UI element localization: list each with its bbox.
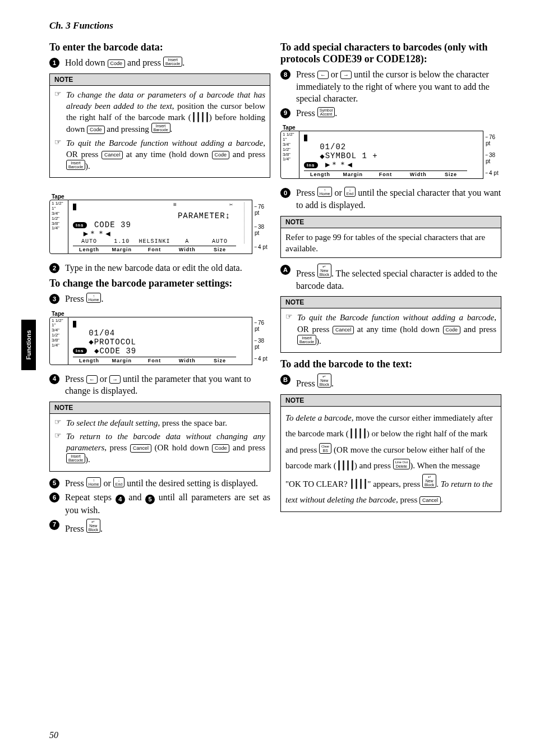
key-new-block: ↵NewBlock bbox=[317, 264, 331, 278]
note-box-3: NOTE Refer to page 99 for tables of the … bbox=[280, 216, 501, 259]
step-4: 4 Press ← or → until the parameter that … bbox=[49, 373, 270, 397]
key-symbol-accent: SymbolAccent bbox=[317, 107, 335, 117]
barcode-mark-icon: ┃┃┃┃ bbox=[191, 112, 209, 123]
key-code: Code bbox=[212, 444, 230, 453]
tape-sizes: 1 1/2"1"3/4"1/2"3/8"1/4" bbox=[49, 200, 68, 254]
barcode-mark-icon: ┃┃┃┃ bbox=[349, 426, 367, 442]
key-delete: Line OutDelete bbox=[393, 459, 411, 469]
key-insert-barcode: InsertBarcode bbox=[297, 335, 316, 345]
key-right: → bbox=[109, 375, 121, 384]
lcd-display-2: Tape 1 1/2"1"3/4"1/2"3/8"1/4" 01/04 ◆ PR… bbox=[49, 311, 270, 365]
key-home: ↑Home bbox=[317, 187, 333, 197]
tape-sizes: 1 1/2"1"3/4"1/2"3/8"1/4" bbox=[49, 317, 68, 365]
key-bs: ClearBS bbox=[319, 443, 331, 454]
note-box-2: NOTE ☞To select the default setting, pre… bbox=[49, 402, 270, 472]
step-2: 2Type in the new barcode data or edit th… bbox=[49, 262, 270, 274]
chapter-heading: Ch. 3 Functions bbox=[49, 20, 501, 31]
step-6: 6 Repeat steps 4 and 5 until all paramet… bbox=[49, 491, 270, 517]
key-home: ↑Home bbox=[86, 293, 102, 303]
key-cancel: Cancel bbox=[130, 444, 151, 453]
key-insert-barcode: InsertBarcode bbox=[66, 160, 85, 170]
step-9: 9 Press SymbolAccent. bbox=[280, 107, 501, 119]
key-left: ← bbox=[317, 71, 329, 79]
key-code: Code bbox=[108, 59, 126, 68]
key-new-block: ↵NewBlock bbox=[317, 374, 331, 388]
note-box-4: NOTE ☞To quit the Barcode function witho… bbox=[280, 296, 501, 353]
key-insert-barcode: InsertBarcode bbox=[66, 453, 85, 463]
pointer-icon: ☞ bbox=[54, 89, 62, 135]
key-new-block: ↵NewBlock bbox=[86, 519, 100, 533]
barcode-mark-icon: ┃┃┃┃ bbox=[336, 458, 354, 474]
key-insert-barcode: InsertBarcode bbox=[151, 123, 170, 133]
key-end: ↓End bbox=[344, 187, 356, 197]
barcode-mark-icon: ┃┃┃┃ bbox=[349, 476, 367, 492]
section-change-params: To change the barcode parameter settings… bbox=[49, 278, 270, 289]
note-heading: NOTE bbox=[50, 74, 270, 86]
key-cancel: Cancel bbox=[419, 496, 441, 505]
left-column: To enter the barcode data: 1 Hold down C… bbox=[49, 38, 270, 537]
key-cancel: Cancel bbox=[333, 326, 354, 334]
step-5: 5 Press ↑Home or ↓End until the desired … bbox=[49, 477, 270, 490]
pointer-icon: ☞ bbox=[54, 137, 62, 172]
step-7: 7 Press ↵NewBlock. bbox=[49, 519, 270, 535]
section-special-chars: To add special characters to barcodes (o… bbox=[280, 42, 501, 65]
side-tab: Functions bbox=[21, 320, 36, 370]
key-cancel: Cancel bbox=[102, 151, 123, 159]
key-right: → bbox=[340, 71, 352, 79]
note-box-5: NOTE To delete a barcode, move the curso… bbox=[280, 394, 501, 512]
step-1: 1 Hold down Code and press InsertBarcode… bbox=[49, 57, 270, 69]
key-code: Code bbox=[212, 151, 230, 159]
page-number: 50 bbox=[49, 730, 58, 740]
step-8: 8 Press ← or → until the cursor is below… bbox=[280, 68, 501, 105]
tape-sizes: 1 1/2"1"3/4"1/2"3/8"1/4" bbox=[280, 131, 299, 179]
key-code: Code bbox=[87, 126, 105, 134]
lcd-display-1: Tape 1 1/2"1"3/4"1/2"3/8"1/4" ≡ ✂ PARAME… bbox=[49, 193, 270, 254]
step-12: B Press ↵NewBlock. bbox=[280, 374, 501, 390]
step-10: 0 Press ↑Home or ↓End until the special … bbox=[280, 187, 501, 211]
pointer-icon: ☞ bbox=[54, 417, 62, 428]
key-end: ↓End bbox=[113, 477, 124, 487]
pointer-icon: ☞ bbox=[54, 431, 62, 465]
step-3: 3 Press ↑Home. bbox=[49, 293, 270, 305]
lcd-display-3: Tape 1 1/2"1"3/4"1/2"3/8"1/4" 01/02 ◆ SY… bbox=[280, 125, 501, 179]
step-11: A Press ↵NewBlock. The selected special … bbox=[280, 264, 501, 292]
note-box-1: NOTE ☞ To change the data or parameters … bbox=[49, 73, 270, 178]
key-insert-barcode: InsertBarcode bbox=[163, 57, 182, 67]
key-new-block: ↵NewBlock bbox=[422, 474, 436, 488]
right-column: To add special characters to barcodes (o… bbox=[280, 38, 501, 537]
key-code: Code bbox=[443, 326, 461, 334]
key-home: ↑Home bbox=[86, 477, 102, 487]
section-enter-barcode: To enter the barcode data: bbox=[49, 42, 270, 53]
pointer-icon: ☞ bbox=[285, 312, 293, 347]
section-add-barcode: To add the barcode to the text: bbox=[280, 358, 501, 370]
key-left: ← bbox=[86, 375, 98, 384]
